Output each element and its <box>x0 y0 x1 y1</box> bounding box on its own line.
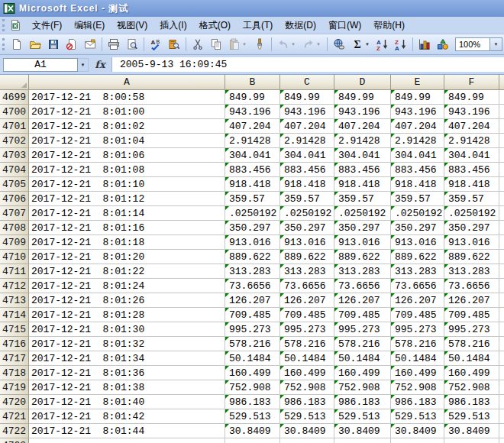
column-header-B[interactable]: B <box>225 75 280 90</box>
cell-partial-column[interactable] <box>499 264 504 279</box>
cell-E4700[interactable]: 943.196 <box>391 105 444 119</box>
cell-E4712[interactable]: 73.6656 <box>391 279 444 293</box>
cell-D4707[interactable]: .0250192 <box>334 206 391 221</box>
cell-A4704[interactable]: 2017-12-21 8:01:08 <box>29 163 225 177</box>
cell-B4722[interactable]: 30.8409 <box>225 424 280 438</box>
row-header-4718[interactable]: 4718 <box>0 366 29 380</box>
cell-C4706[interactable]: 359.57 <box>280 192 334 206</box>
column-header-C[interactable]: C <box>280 75 334 90</box>
cell-D4708[interactable]: 350.297 <box>334 221 391 235</box>
cell-F4709[interactable]: 913.016 <box>444 235 499 250</box>
cut-button[interactable] <box>189 36 206 53</box>
cell-D4711[interactable]: 313.283 <box>334 264 391 279</box>
cell-A4710[interactable]: 2017-12-21 8:01:20 <box>29 250 225 264</box>
cell-E4711[interactable]: 313.283 <box>391 264 444 279</box>
cell-F4720[interactable]: 986.183 <box>444 395 499 409</box>
cell-D4700[interactable]: 943.196 <box>334 105 391 119</box>
cell-F4721[interactable]: 529.513 <box>444 409 499 424</box>
cell-D4702[interactable]: 2.91428 <box>334 134 391 148</box>
cell-A4702[interactable]: 2017-12-21 8:01:04 <box>29 134 225 148</box>
cell-F4704[interactable]: 883.456 <box>444 163 499 177</box>
cell-F4715[interactable]: 995.273 <box>444 322 499 337</box>
cell-partial-column[interactable] <box>499 119 504 134</box>
cell-D4719[interactable]: 752.908 <box>334 380 391 395</box>
cell-A4715[interactable]: 2017-12-21 8:01:30 <box>29 322 225 337</box>
formula-input[interactable]: 2005-9-13 16:09:45 <box>111 57 504 72</box>
cell-C4723[interactable] <box>280 438 334 443</box>
column-header-F[interactable]: F <box>444 75 499 90</box>
cell-E4713[interactable]: 126.207 <box>391 293 444 308</box>
cell-A4719[interactable]: 2017-12-21 8:01:38 <box>29 380 225 395</box>
row-header-4722[interactable]: 4722 <box>0 424 29 438</box>
cell-C4703[interactable]: 304.041 <box>280 148 334 163</box>
cell-C4713[interactable]: 126.207 <box>280 293 334 308</box>
cell-C4716[interactable]: 578.216 <box>280 337 334 351</box>
zoom-combo[interactable]: 100%▼ <box>455 37 502 51</box>
row-header-4720[interactable]: 4720 <box>0 395 29 409</box>
cell-A4706[interactable]: 2017-12-21 8:01:12 <box>29 192 225 206</box>
row-header-4719[interactable]: 4719 <box>0 380 29 395</box>
cell-E4706[interactable]: 359.57 <box>391 192 444 206</box>
cell-F4708[interactable]: 350.297 <box>444 221 499 235</box>
cell-F4701[interactable]: 407.204 <box>444 119 499 134</box>
cell-B4709[interactable]: 913.016 <box>225 235 280 250</box>
cell-E4705[interactable]: 918.418 <box>391 177 444 192</box>
menu-item-view[interactable]: 视图(V) <box>111 17 153 34</box>
cell-F4718[interactable]: 160.499 <box>444 366 499 380</box>
cell-B4716[interactable]: 578.216 <box>225 337 280 351</box>
cell-E4703[interactable]: 304.041 <box>391 148 444 163</box>
autosum-button[interactable]: Σ▼ <box>349 36 373 53</box>
cell-A4714[interactable]: 2017-12-21 8:01:28 <box>29 308 225 322</box>
cell-D4709[interactable]: 913.016 <box>334 235 391 250</box>
cell-C4714[interactable]: 709.485 <box>280 308 334 322</box>
name-box-dropdown-icon[interactable]: ▼ <box>78 58 89 72</box>
cell-B4721[interactable]: 529.513 <box>225 409 280 424</box>
cell-F4705[interactable]: 918.418 <box>444 177 499 192</box>
cell-D4704[interactable]: 883.456 <box>334 163 391 177</box>
drawing-button[interactable] <box>435 36 451 53</box>
email-button[interactable] <box>82 36 99 53</box>
cell-B4723[interactable] <box>225 438 280 443</box>
cell-F4717[interactable]: 50.1484 <box>444 351 499 366</box>
row-header-4704[interactable]: 4704 <box>0 163 29 177</box>
cell-F4702[interactable]: 2.91428 <box>444 134 499 148</box>
cell-F4722[interactable]: 30.8409 <box>444 424 499 438</box>
cell-partial-column[interactable] <box>499 177 504 192</box>
cell-A4703[interactable]: 2017-12-21 8:01:06 <box>29 148 225 163</box>
cell-C4722[interactable]: 30.8409 <box>280 424 334 438</box>
menu-item-tools[interactable]: 工具(T) <box>237 17 279 34</box>
menu-item-file[interactable]: 文件(F) <box>26 17 68 34</box>
cell-C4707[interactable]: .0250192 <box>280 206 334 221</box>
cell-E4723[interactable] <box>391 438 444 443</box>
cell-A4700[interactable]: 2017-12-21 8:01:00 <box>29 105 225 119</box>
cell-A4701[interactable]: 2017-12-21 8:01:02 <box>29 119 225 134</box>
select-all-corner[interactable] <box>0 75 29 90</box>
cell-D4706[interactable]: 359.57 <box>334 192 391 206</box>
cell-E4707[interactable]: .0250192 <box>391 206 444 221</box>
cell-partial-column[interactable] <box>499 90 504 105</box>
cell-partial-column[interactable] <box>499 221 504 235</box>
cell-F4713[interactable]: 126.207 <box>444 293 499 308</box>
cell-E4718[interactable]: 160.499 <box>391 366 444 380</box>
row-header-4708[interactable]: 4708 <box>0 221 29 235</box>
cell-A4713[interactable]: 2017-12-21 8:01:26 <box>29 293 225 308</box>
row-header-4712[interactable]: 4712 <box>0 279 29 293</box>
cell-C4704[interactable]: 883.456 <box>280 163 334 177</box>
print-preview-button[interactable] <box>124 36 141 53</box>
row-header-4707[interactable]: 4707 <box>0 206 29 221</box>
cell-B4713[interactable]: 126.207 <box>225 293 280 308</box>
cell-B4719[interactable]: 752.908 <box>225 380 280 395</box>
row-header-4700[interactable]: 4700 <box>0 105 29 119</box>
row-header-4706[interactable]: 4706 <box>0 192 29 206</box>
cell-C4717[interactable]: 50.1484 <box>280 351 334 366</box>
cell-E4701[interactable]: 407.204 <box>391 119 444 134</box>
row-header-4702[interactable]: 4702 <box>0 134 29 148</box>
cell-E4710[interactable]: 889.622 <box>391 250 444 264</box>
cell-A4708[interactable]: 2017-12-21 8:01:16 <box>29 221 225 235</box>
cell-C4715[interactable]: 995.273 <box>280 322 334 337</box>
cell-D4721[interactable]: 529.513 <box>334 409 391 424</box>
cell-partial-column[interactable] <box>499 438 504 443</box>
cell-B4712[interactable]: 73.6656 <box>225 279 280 293</box>
cell-D4712[interactable]: 73.6656 <box>334 279 391 293</box>
hyperlink-button[interactable] <box>331 36 347 53</box>
